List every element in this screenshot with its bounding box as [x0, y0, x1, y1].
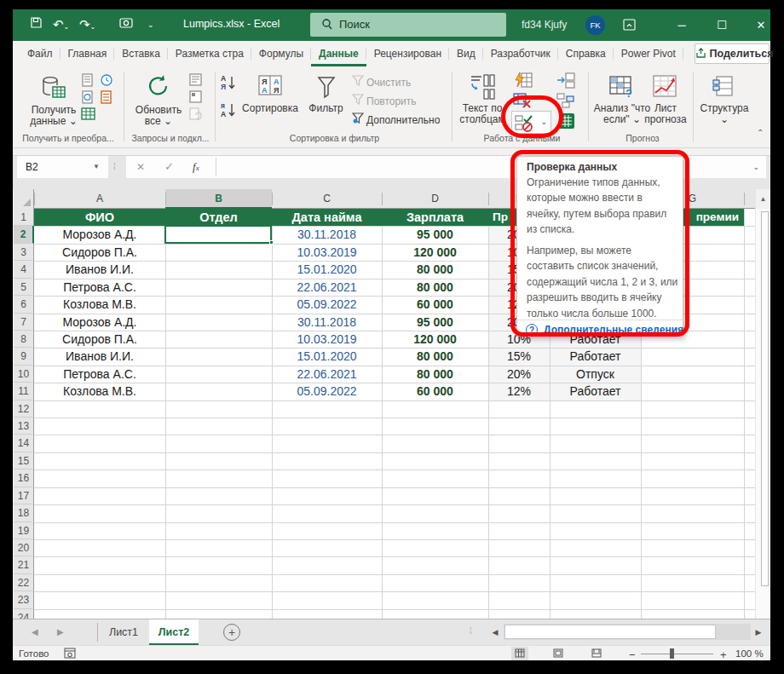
- collapse-ribbon-icon[interactable]: ⌃: [757, 128, 764, 137]
- get-data-button[interactable]: Получить данные ⌄: [23, 73, 84, 127]
- header-cell-date[interactable]: Дата найма: [272, 209, 382, 226]
- sheet-nav-next-icon[interactable]: ▶: [57, 627, 64, 637]
- qat-customize-icon[interactable]: ⌄: [147, 16, 154, 33]
- tab-splitter-icon[interactable]: ⁞: [470, 626, 473, 636]
- cell-date-8[interactable]: 10.03.2019: [272, 331, 382, 348]
- camera-icon[interactable]: [119, 16, 133, 28]
- macro-record-icon[interactable]: [64, 648, 76, 659]
- row-header-11[interactable]: 11: [14, 383, 34, 400]
- close-button[interactable]: ✕: [747, 9, 775, 41]
- maximize-button[interactable]: ☐: [707, 9, 736, 41]
- name-box-dropdown[interactable]: ▼: [93, 156, 100, 178]
- queries-connections-icon[interactable]: [189, 73, 203, 86]
- outline-button[interactable]: Структура ⌄: [699, 73, 750, 125]
- row-header-19[interactable]: 19: [14, 522, 34, 539]
- zoom-slider-thumb[interactable]: [670, 648, 674, 659]
- cell-status-9[interactable]: Работает: [550, 348, 641, 365]
- column-header-C[interactable]: C: [272, 189, 382, 209]
- cell-fio-5[interactable]: Петрова А.С.: [34, 279, 165, 296]
- reapply-button[interactable]: Повторить: [366, 95, 417, 107]
- search-box[interactable]: Поиск: [310, 13, 506, 37]
- cell-date-2[interactable]: 30.11.2018: [272, 226, 382, 243]
- row-header-10[interactable]: 10: [14, 366, 34, 383]
- cell-fio-10[interactable]: Петрова А.С.: [34, 366, 165, 383]
- sheet-tab-лист2[interactable]: Лист2: [149, 619, 199, 645]
- existing-connections-icon[interactable]: [81, 107, 95, 120]
- column-header-B[interactable]: B: [165, 189, 272, 209]
- cell-date-6[interactable]: 05.09.2022: [272, 296, 382, 313]
- header-cell-dept[interactable]: Отдел: [165, 209, 272, 226]
- advanced-filter-button[interactable]: Дополнительно: [366, 114, 440, 126]
- row-header-9[interactable]: 9: [14, 348, 34, 365]
- add-sheet-button[interactable]: +: [223, 624, 240, 641]
- row-header-22[interactable]: 22: [14, 574, 34, 591]
- cell-date-4[interactable]: 15.01.2020: [272, 261, 382, 278]
- row-header-18[interactable]: 18: [14, 504, 34, 521]
- row-header-7[interactable]: 7: [14, 314, 34, 331]
- row-header-12[interactable]: 12: [14, 400, 34, 418]
- view-page-layout-icon[interactable]: [550, 647, 567, 660]
- view-normal-icon[interactable]: [511, 647, 528, 660]
- zoom-in-button[interactable]: +: [720, 648, 727, 661]
- cell-salary-3[interactable]: 120 000: [382, 244, 488, 261]
- refresh-all-button[interactable]: Обновить все ⌄: [128, 73, 189, 127]
- account-name[interactable]: fd34 Kjufy: [522, 19, 567, 31]
- clear-filter-button[interactable]: Очистить: [366, 77, 411, 89]
- cell-salary-10[interactable]: 80 000: [382, 366, 488, 383]
- ribbon-display-options-icon[interactable]: [623, 9, 652, 41]
- tab-формулы[interactable]: Формулы: [251, 41, 311, 66]
- header-cell-fio[interactable]: ФИО: [34, 209, 165, 226]
- column-header-A[interactable]: A: [34, 189, 165, 209]
- cell-salary-4[interactable]: 80 000: [382, 261, 488, 278]
- cell-percent-11[interactable]: 12%: [488, 383, 550, 400]
- row-header-5[interactable]: 5: [14, 279, 34, 296]
- select-all-button[interactable]: [14, 189, 34, 209]
- cell-percent-10[interactable]: 20%: [488, 366, 550, 383]
- save-icon[interactable]: [30, 16, 43, 29]
- forecast-sheet-button[interactable]: Лист прогноза: [643, 73, 688, 125]
- row-header-4[interactable]: 4: [14, 261, 34, 278]
- row-header-1[interactable]: 1: [14, 209, 34, 226]
- zoom-out-button[interactable]: −: [629, 648, 636, 661]
- properties-icon[interactable]: [189, 90, 203, 103]
- row-header-23[interactable]: 23: [14, 591, 34, 608]
- cell-status-11[interactable]: Работает: [550, 383, 641, 400]
- from-text-icon[interactable]: [81, 73, 95, 87]
- row-header-14[interactable]: 14: [14, 435, 34, 452]
- cell-fio-4[interactable]: Иванов И.И.: [34, 261, 165, 278]
- row-header-13[interactable]: 13: [14, 418, 34, 435]
- cell-fio-6[interactable]: Козлова М.В.: [34, 296, 165, 313]
- sheet-tab-лист1[interactable]: Лист1: [99, 619, 148, 645]
- cell-fio-2[interactable]: Морозов А.Д.: [34, 226, 165, 243]
- cell-fio-7[interactable]: Морозов А.Д.: [34, 314, 165, 331]
- cell-fio-9[interactable]: Иванов И.И.: [34, 348, 165, 365]
- cell-percent-9[interactable]: 15%: [488, 348, 550, 365]
- redo-icon[interactable]: ↷⌄: [79, 16, 95, 36]
- row-header-8[interactable]: 8: [14, 331, 34, 348]
- enter-icon[interactable]: ✓: [164, 156, 174, 178]
- row-header-3[interactable]: 3: [14, 244, 34, 261]
- row-header-16[interactable]: 16: [14, 469, 34, 487]
- consolidate-icon[interactable]: [556, 72, 576, 89]
- tab-справка[interactable]: Справка: [558, 41, 614, 66]
- cell-date-7[interactable]: 30.11.2018: [272, 314, 382, 331]
- vscroll-up-arrow[interactable]: ▲: [756, 189, 770, 209]
- recent-sources-icon[interactable]: [100, 73, 113, 87]
- tab-разработчик[interactable]: Разработчик: [483, 41, 558, 66]
- row-header-6[interactable]: 6: [14, 296, 34, 313]
- view-page-break-icon[interactable]: [588, 647, 605, 660]
- cell-fio-8[interactable]: Сидоров П.А.: [34, 331, 165, 348]
- hscroll-thumb[interactable]: [504, 625, 716, 639]
- row-header-2[interactable]: 2: [14, 226, 34, 243]
- cancel-icon[interactable]: ✕: [136, 156, 145, 178]
- row-header-15[interactable]: 15: [14, 452, 34, 469]
- column-header-D[interactable]: D: [382, 189, 488, 209]
- cell-salary-11[interactable]: 60 000: [382, 383, 488, 400]
- sort-button[interactable]: ЯААЯ Сортировка: [236, 73, 304, 114]
- name-box[interactable]: B2▼: [17, 156, 108, 178]
- tab-главная[interactable]: Главная: [61, 41, 115, 66]
- cell-salary-5[interactable]: 80 000: [382, 279, 488, 296]
- selected-cell-b2[interactable]: [164, 225, 272, 243]
- cell-fio-11[interactable]: Козлова М.В.: [34, 383, 165, 400]
- row-header-21[interactable]: 21: [14, 556, 34, 573]
